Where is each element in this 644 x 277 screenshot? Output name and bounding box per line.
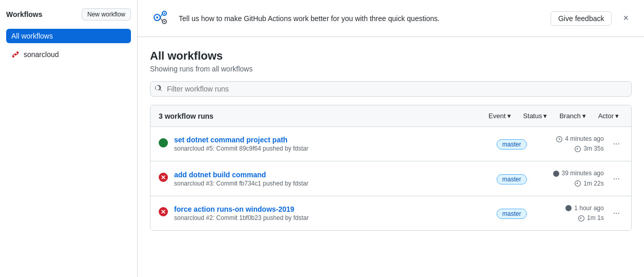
- status-success-icon: [159, 138, 168, 150]
- status-filter-button[interactable]: Status ▾: [519, 110, 552, 121]
- run-title[interactable]: set dotnet command project path: [174, 136, 486, 144]
- run-branch: master: [497, 209, 527, 217]
- banner-text: Tell us how to make GitHub Actions work …: [179, 14, 542, 23]
- page-content: All workflows Showing runs from all work…: [138, 37, 644, 277]
- runs-table: 3 workflow runs Event ▾ Status ▾ Branch …: [150, 105, 632, 231]
- run-duration: 1m 22s: [537, 179, 604, 189]
- branch-filter-button[interactable]: Branch ▾: [555, 110, 590, 121]
- run-meta: sonarcloud #3: Commit fb734c1 pushed by …: [174, 180, 486, 187]
- give-feedback-button[interactable]: Give feedback: [551, 11, 612, 26]
- all-workflows-label: All workflows: [11, 32, 53, 40]
- sidebar: Workflows New workflow All workflows son…: [0, 0, 138, 277]
- svg-point-6: [164, 13, 165, 14]
- event-filter-button[interactable]: Event ▾: [484, 110, 515, 121]
- run-info: add dotnet build command sonarcloud #3: …: [174, 171, 486, 187]
- main-content: Tell us how to make GitHub Actions work …: [138, 0, 644, 277]
- branch-filter-chevron: ▾: [582, 112, 586, 120]
- actor-filter-chevron: ▾: [615, 112, 619, 120]
- branch-badge: master: [497, 139, 527, 150]
- filter-container: [150, 81, 632, 97]
- run-more-button[interactable]: ···: [610, 172, 623, 186]
- event-filter-chevron: ▾: [507, 112, 511, 120]
- run-meta: sonarcloud #2: Commit 1bf0b23 pushed by …: [174, 214, 486, 221]
- filter-input[interactable]: [150, 81, 632, 97]
- sonarcloud-icon: [11, 50, 20, 59]
- run-time-ago: 1 hour ago: [537, 204, 604, 213]
- run-duration: 1m 1s: [537, 213, 604, 223]
- svg-line-9: [160, 14, 162, 17]
- sidebar-header: Workflows New workflow: [6, 8, 131, 21]
- sidebar-item-sonarcloud[interactable]: sonarcloud: [6, 47, 131, 62]
- runs-table-header: 3 workflow runs Event ▾ Status ▾ Branch …: [150, 105, 631, 127]
- run-branch: master: [497, 140, 527, 148]
- status-error-icon: [159, 207, 168, 219]
- run-title[interactable]: add dotnet build command: [174, 171, 486, 179]
- status-error-icon: [159, 173, 168, 184]
- run-time-ago: 39 minutes ago: [537, 169, 604, 178]
- page-subtitle: Showing runs from all workflows: [150, 65, 632, 73]
- github-actions-icon: [150, 7, 171, 29]
- table-row: force action runs-on windows-2019 sonarc…: [150, 196, 631, 230]
- branch-badge: master: [497, 209, 527, 219]
- table-row: set dotnet command project path sonarclo…: [150, 127, 631, 161]
- runs-count: 3 workflow runs: [159, 112, 214, 120]
- event-filter-label: Event: [488, 112, 505, 120]
- branch-badge: master: [497, 174, 527, 184]
- run-timing: 1 hour ago 1m 1s: [537, 204, 604, 223]
- sonarcloud-label: sonarcloud: [24, 50, 59, 59]
- svg-point-4: [156, 16, 158, 19]
- run-more-button[interactable]: ···: [610, 137, 623, 151]
- run-timing: 4 minutes ago 3m 35s: [537, 134, 604, 154]
- run-duration: 3m 35s: [537, 144, 604, 154]
- run-timing: 39 minutes ago 1m 22s: [537, 169, 604, 188]
- svg-line-10: [160, 17, 162, 21]
- actor-filter-label: Actor: [598, 112, 614, 120]
- sidebar-item-all-workflows[interactable]: All workflows: [6, 29, 131, 43]
- sidebar-title: Workflows: [6, 10, 43, 19]
- feedback-banner: Tell us how to make GitHub Actions work …: [138, 0, 644, 37]
- actor-filter-button[interactable]: Actor ▾: [594, 110, 623, 121]
- svg-point-8: [164, 21, 165, 23]
- new-workflow-button[interactable]: New workflow: [82, 8, 131, 21]
- run-meta: sonarcloud #5: Commit 89c9f64 pushed by …: [174, 145, 486, 152]
- table-row: add dotnet build command sonarcloud #3: …: [150, 161, 631, 196]
- run-time-ago: 4 minutes ago: [537, 134, 604, 144]
- run-more-button[interactable]: ···: [610, 207, 623, 220]
- run-info: set dotnet command project path sonarclo…: [174, 136, 486, 152]
- branch-filter-label: Branch: [559, 112, 580, 120]
- run-branch: master: [497, 175, 527, 183]
- status-filter-label: Status: [523, 112, 542, 120]
- run-title[interactable]: force action runs-on windows-2019: [174, 205, 486, 213]
- search-icon: [155, 85, 162, 94]
- run-info: force action runs-on windows-2019 sonarc…: [174, 205, 486, 221]
- status-filter-chevron: ▾: [543, 112, 547, 120]
- runs-filters: Event ▾ Status ▾ Branch ▾ Actor ▾: [484, 110, 623, 121]
- page-title: All workflows: [150, 49, 632, 63]
- banner-close-button[interactable]: ×: [620, 12, 632, 25]
